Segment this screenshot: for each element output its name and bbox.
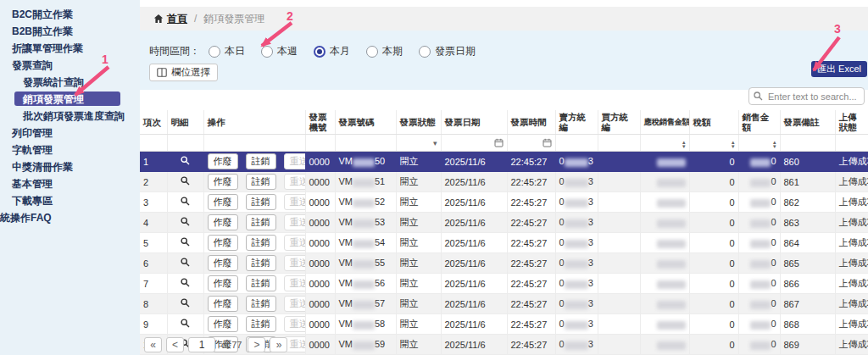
table-row[interactable]: 3 作廢 註銷 重送 0000 VM52 開立 2025/11/6 22:45:…	[140, 192, 868, 213]
cell-detail[interactable]	[167, 253, 203, 274]
detail-magnifier-icon[interactable]	[181, 298, 190, 308]
calendar-icon[interactable]	[494, 138, 504, 149]
calendar-icon[interactable]	[542, 138, 552, 149]
detail-magnifier-icon[interactable]	[181, 197, 190, 206]
page-number-input[interactable]: 1	[188, 337, 215, 352]
filter-actions[interactable]	[203, 135, 305, 152]
sidebar-item-faq[interactable]: 統操作FAQ	[0, 210, 140, 227]
sidebar-item-invoice-query[interactable]: 發票查詢	[0, 58, 140, 75]
cell-detail[interactable]	[167, 274, 203, 294]
stepper-icon[interactable]: ▴▾	[773, 140, 776, 148]
export-excel-button[interactable]: 匯出 Excel	[811, 61, 867, 77]
detail-magnifier-icon[interactable]	[181, 217, 190, 226]
sidebar-item-download[interactable]: 下載專區	[0, 193, 140, 210]
radio-circle[interactable]	[209, 46, 220, 58]
cell-detail[interactable]	[167, 172, 203, 192]
detail-magnifier-icon[interactable]	[181, 258, 190, 267]
sidebar-item-b2c[interactable]: B2C開立作業	[0, 7, 140, 24]
sidebar-item-b2b[interactable]: B2B開立作業	[0, 24, 140, 41]
void-button[interactable]: 作廢	[208, 194, 238, 210]
sidebar-item-sales-invoice[interactable]: 銷項發票管理	[0, 92, 140, 108]
detail-magnifier-icon[interactable]	[181, 319, 190, 328]
stepper-icon[interactable]: ▴▾	[682, 140, 686, 148]
sidebar-item-batch-progress[interactable]: 批次銷項發票進度查詢	[0, 108, 140, 125]
col-machine-no[interactable]: 發票機號	[305, 110, 335, 135]
cell-detail[interactable]	[167, 192, 203, 213]
col-sales-amount[interactable]: 銷售金額	[738, 110, 780, 135]
cancel-button[interactable]: 註銷	[246, 316, 276, 332]
cell-detail[interactable]	[167, 294, 203, 314]
resend-button[interactable]: 重送	[284, 296, 305, 312]
breadcrumb-home-link[interactable]: 首頁	[153, 12, 187, 26]
table-row[interactable]: 1 作廢 註銷 重送 0000 VM50 開立 2025/11/6 22:45:…	[140, 152, 868, 172]
resend-button[interactable]: 重送	[284, 235, 305, 251]
col-actions[interactable]: 操作	[203, 110, 305, 135]
col-invoice-time[interactable]: 發票時間	[507, 110, 555, 135]
table-row[interactable]: 7 作廢 註銷 重送 0000 VM56 開立 2025/11/6 22:45:…	[140, 274, 868, 294]
resend-button[interactable]: 重送	[284, 174, 305, 190]
filter-invoice-no[interactable]	[335, 135, 396, 152]
sidebar-item-track-mgmt[interactable]: 字軌管理	[0, 142, 140, 159]
filter-remark[interactable]	[780, 135, 835, 152]
filter-seller-id[interactable]	[555, 135, 598, 152]
table-row[interactable]: 8 作廢 註銷 重送 0000 VM57 開立 2025/11/6 22:45:…	[140, 294, 868, 314]
table-row[interactable]: 4 作廢 註銷 重送 0000 VM53 開立 2025/11/6 22:45:…	[140, 213, 868, 233]
prev-page-button[interactable]: <	[166, 337, 184, 352]
col-tax[interactable]: 稅額	[689, 110, 738, 135]
detail-magnifier-icon[interactable]	[181, 156, 190, 165]
table-row[interactable]: 2 作廢 註銷 重送 0000 VM51 開立 2025/11/6 22:45:…	[140, 172, 868, 192]
cancel-button[interactable]: 註銷	[246, 214, 276, 230]
cancel-button[interactable]: 註銷	[246, 194, 276, 210]
radio-circle[interactable]	[419, 46, 431, 58]
radio-this-period[interactable]: 本期	[366, 44, 403, 58]
sidebar-item-allowance[interactable]: 折讓單管理作業	[0, 41, 140, 58]
resend-button[interactable]: 重送	[284, 153, 305, 169]
filter-sales-amount[interactable]: ▴▾	[738, 135, 780, 152]
cancel-button[interactable]: 註銷	[246, 174, 276, 190]
col-invoice-status[interactable]: 發票狀態	[396, 110, 441, 135]
col-buyer-id[interactable]: 買方統編	[598, 110, 640, 135]
sidebar-item-print-mgmt[interactable]: 列印管理	[0, 125, 140, 142]
radio-today[interactable]: 本日	[209, 44, 245, 58]
radio-this-week[interactable]: 本週	[261, 44, 298, 58]
filter-detail[interactable]	[167, 135, 203, 152]
detail-magnifier-icon[interactable]	[181, 237, 190, 247]
cell-detail[interactable]	[167, 152, 203, 172]
void-button[interactable]: 作廢	[208, 296, 238, 312]
radio-circle[interactable]	[261, 46, 273, 58]
void-button[interactable]: 作廢	[208, 255, 238, 271]
cell-detail[interactable]	[167, 233, 203, 253]
radio-circle[interactable]	[366, 46, 378, 58]
cancel-button[interactable]: 註銷	[246, 235, 276, 251]
detail-magnifier-icon[interactable]	[181, 176, 190, 186]
resend-button[interactable]: 重送	[284, 214, 305, 230]
cell-detail[interactable]	[167, 213, 203, 233]
col-invoice-date[interactable]: 發票日期	[441, 110, 507, 135]
cell-detail[interactable]	[167, 314, 203, 335]
void-button[interactable]: 作廢	[208, 174, 238, 190]
first-page-button[interactable]: «	[144, 337, 162, 352]
column-select-button[interactable]: 欄位選擇	[149, 64, 218, 81]
dropdown-caret-icon[interactable]: ▾	[433, 137, 437, 149]
void-button[interactable]: 作廢	[208, 153, 238, 169]
last-page-button[interactable]: »	[270, 337, 287, 352]
resend-button[interactable]: 重送	[284, 194, 305, 210]
filter-invoice-time[interactable]	[507, 135, 555, 152]
col-taxable-amount[interactable]: 應稅銷售金額	[640, 110, 689, 135]
sidebar-item-lottery[interactable]: 中獎清冊作業	[0, 159, 140, 176]
cancel-button[interactable]: 註銷	[246, 296, 276, 312]
void-button[interactable]: 作廢	[208, 235, 238, 251]
col-upload-status[interactable]: 上傳狀態	[835, 110, 868, 135]
filter-upload-status[interactable]	[835, 135, 868, 152]
cancel-button[interactable]: 註銷	[246, 255, 276, 271]
col-seller-id[interactable]: 賣方統編	[555, 110, 598, 135]
stepper-icon[interactable]: ▴▾	[732, 140, 735, 148]
sidebar-item-basic-mgmt[interactable]: 基本管理	[0, 176, 140, 193]
void-button[interactable]: 作廢	[208, 275, 238, 291]
col-invoice-no[interactable]: 發票號碼	[335, 110, 396, 135]
void-button[interactable]: 作廢	[208, 316, 238, 332]
search-input[interactable]	[748, 87, 865, 105]
resend-button[interactable]: 重送	[284, 255, 305, 271]
detail-magnifier-icon[interactable]	[181, 278, 190, 287]
filter-index[interactable]	[140, 135, 167, 152]
